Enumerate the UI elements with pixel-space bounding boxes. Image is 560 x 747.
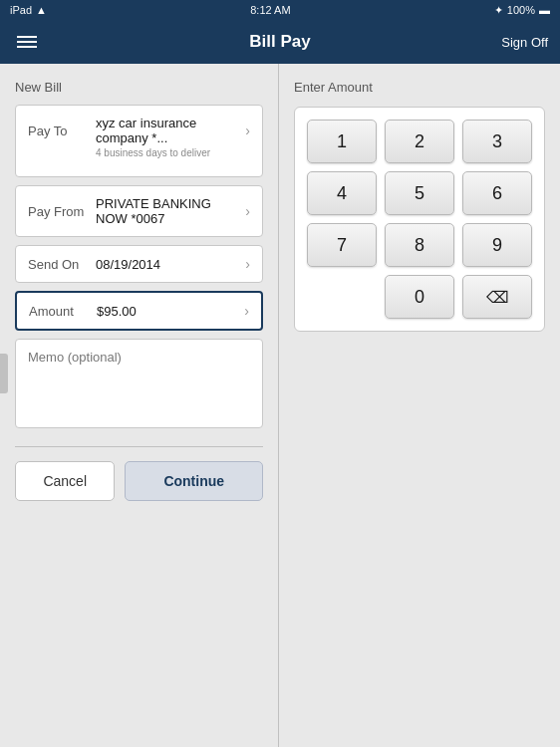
pay-to-row[interactable]: Pay To xyz car insurance company *... › … bbox=[15, 105, 263, 177]
menu-button[interactable] bbox=[12, 31, 42, 53]
amount-label: Amount bbox=[29, 304, 89, 319]
send-on-chevron-icon: › bbox=[245, 256, 250, 272]
pay-from-value: PRIVATE BANKING NOW *0067 bbox=[96, 196, 239, 226]
numpad-key-5[interactable]: 5 bbox=[385, 171, 454, 215]
pay-from-label: Pay From bbox=[28, 204, 88, 219]
status-bar-left: iPad ▲ bbox=[10, 4, 47, 16]
numpad-key-2[interactable]: 2 bbox=[385, 120, 454, 163]
wifi-icon: ▲ bbox=[36, 4, 47, 16]
numpad-key-7[interactable]: 7 bbox=[307, 223, 377, 267]
numpad-key-8[interactable]: 8 bbox=[385, 223, 454, 267]
status-bar-right: ✦ 100% ▬ bbox=[494, 4, 550, 17]
numpad: 1234567890⌫ bbox=[294, 107, 545, 332]
buttons-row: Cancel Continue bbox=[15, 461, 263, 501]
pay-to-value: xyz car insurance company *... bbox=[96, 116, 239, 145]
main-content: New Bill Pay To xyz car insurance compan… bbox=[0, 64, 560, 747]
memo-field[interactable] bbox=[15, 339, 263, 428]
battery-percent: 100% bbox=[507, 4, 535, 16]
divider bbox=[15, 446, 263, 447]
status-bar: iPad ▲ 8:12 AM ✦ 100% ▬ bbox=[0, 0, 560, 20]
numpad-key-6[interactable]: 6 bbox=[462, 171, 532, 215]
numpad-backspace-key[interactable]: ⌫ bbox=[462, 275, 532, 319]
pay-to-top: Pay To xyz car insurance company *... › bbox=[28, 116, 250, 145]
battery-icon: ▬ bbox=[539, 4, 550, 16]
enter-amount-label: Enter Amount bbox=[294, 80, 545, 95]
pay-from-row[interactable]: Pay From PRIVATE BANKING NOW *0067 › bbox=[15, 185, 263, 237]
left-panel: New Bill Pay To xyz car insurance compan… bbox=[0, 64, 279, 747]
carrier-label: iPad bbox=[10, 4, 32, 16]
pay-to-subtext: 4 business days to deliver bbox=[96, 147, 210, 158]
amount-chevron-icon: › bbox=[244, 303, 249, 319]
new-bill-label: New Bill bbox=[15, 80, 263, 95]
signoff-button[interactable]: Sign Off bbox=[501, 35, 548, 50]
pay-from-chevron-icon: › bbox=[245, 203, 250, 219]
pay-to-label: Pay To bbox=[28, 124, 88, 138]
drag-handle[interactable] bbox=[0, 354, 8, 393]
status-bar-time: 8:12 AM bbox=[250, 4, 290, 16]
numpad-key-9[interactable]: 9 bbox=[462, 223, 532, 267]
bluetooth-icon: ✦ bbox=[494, 4, 503, 17]
amount-row[interactable]: Amount $95.00 › bbox=[15, 291, 263, 331]
continue-button[interactable]: Continue bbox=[125, 461, 263, 501]
amount-value: $95.00 bbox=[97, 304, 238, 319]
nav-bar: Bill Pay Sign Off bbox=[0, 20, 560, 64]
right-panel: Enter Amount 1234567890⌫ bbox=[279, 64, 560, 747]
numpad-key-1[interactable]: 1 bbox=[307, 120, 377, 163]
nav-title: Bill Pay bbox=[249, 32, 310, 52]
pay-to-chevron-icon: › bbox=[245, 123, 250, 138]
numpad-key-3[interactable]: 3 bbox=[462, 120, 532, 163]
numpad-key-0[interactable]: 0 bbox=[385, 275, 454, 319]
send-on-value: 08/19/2014 bbox=[96, 257, 239, 272]
send-on-label: Send On bbox=[28, 257, 88, 272]
cancel-button[interactable]: Cancel bbox=[15, 461, 115, 501]
send-on-row[interactable]: Send On 08/19/2014 › bbox=[15, 245, 263, 283]
numpad-key-4[interactable]: 4 bbox=[307, 171, 377, 215]
numpad-empty bbox=[307, 275, 377, 319]
